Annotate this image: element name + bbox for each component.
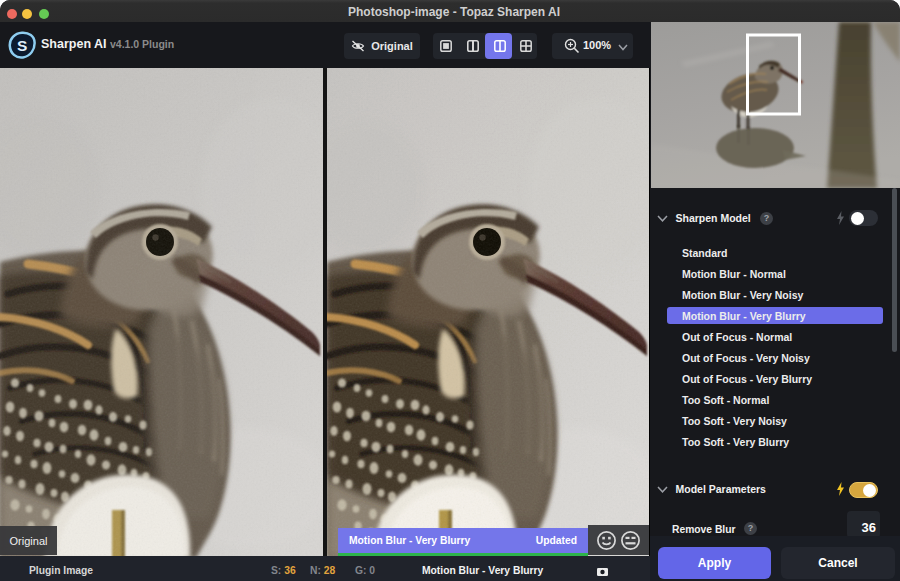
svg-text:S: S bbox=[17, 37, 27, 54]
